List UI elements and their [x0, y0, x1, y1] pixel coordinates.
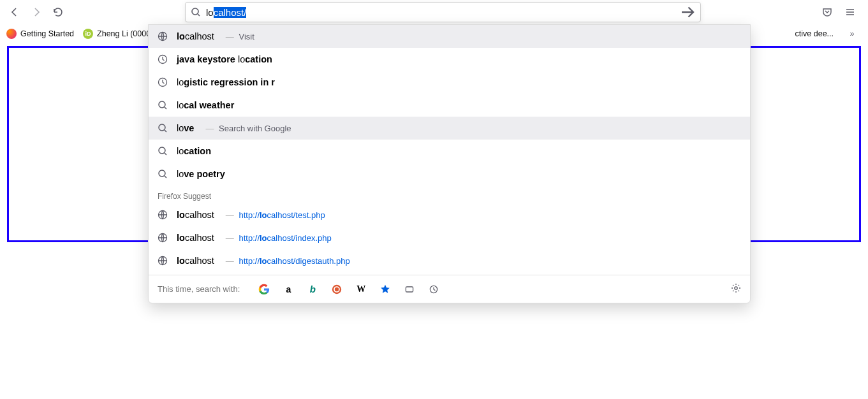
url-input[interactable]: localhost/ — [185, 2, 701, 22]
suggestion-title: localhost — [177, 256, 214, 266]
search-engine-history[interactable] — [427, 283, 440, 296]
suggestion-row[interactable]: logistic regression in r — [149, 71, 750, 94]
navigation-toolbar: localhost/ — [0, 0, 868, 24]
search-engine-bookmarks[interactable] — [379, 283, 392, 296]
search-engine-google[interactable] — [258, 283, 270, 296]
svg-point-7 — [159, 170, 165, 177]
search-icon — [158, 146, 168, 156]
pocket-button[interactable] — [818, 3, 836, 21]
suggestion-row[interactable]: location — [149, 140, 750, 163]
svg-point-0 — [192, 8, 198, 15]
firefox-icon — [6, 29, 17, 39]
search-with-label: This time, search with: — [158, 284, 240, 294]
toolbar-right — [818, 3, 863, 21]
bookmark-label: ctive dee... — [795, 29, 834, 38]
search-engine-wikipedia[interactable]: W — [355, 283, 367, 296]
history-icon — [158, 77, 168, 87]
globe-icon — [158, 256, 168, 266]
search-settings-button[interactable] — [731, 283, 741, 295]
app-menu-button[interactable] — [841, 3, 859, 21]
search-icon — [191, 7, 201, 17]
search-icon — [158, 100, 168, 110]
svg-point-5 — [159, 124, 165, 131]
globe-icon — [158, 210, 168, 220]
svg-rect-14 — [406, 287, 413, 292]
search-engine-amazon[interactable]: a — [282, 283, 295, 296]
globe-icon — [158, 31, 168, 41]
suggestion-title: localhost — [177, 210, 214, 220]
search-icon — [158, 169, 168, 179]
suggestion-text: logistic regression in r — [177, 77, 275, 87]
suggestion-row[interactable]: localhostVisit — [149, 25, 750, 48]
suggestion-row[interactable]: local weather — [149, 94, 750, 117]
suggestion-url: http://localhost/test.php — [223, 210, 325, 220]
svg-point-4 — [159, 101, 165, 108]
suggestion-action: Visit — [223, 32, 254, 41]
suggestion-row[interactable]: love poetry — [149, 163, 750, 185]
suggestion-url: http://localhost/digestauth.php — [223, 256, 350, 266]
suggestion-url: http://localhost/index.php — [223, 233, 332, 243]
suggestion-text: location — [177, 146, 211, 156]
reload-button[interactable] — [48, 3, 68, 22]
back-button[interactable] — [5, 3, 24, 22]
search-icon — [158, 123, 168, 133]
urlbar-container: localhost/ — [185, 2, 701, 22]
suggestion-row[interactable]: java keystore location — [149, 48, 750, 71]
history-icon — [158, 54, 168, 64]
bookmark-getting-started[interactable]: Getting Started — [6, 29, 74, 39]
suggestion-text: local weather — [177, 100, 234, 110]
suggestion-action: Search with Google — [203, 124, 291, 133]
bookmark-label: Getting Started — [20, 29, 74, 38]
suggestion-text: love — [177, 123, 194, 133]
url-text: localhost/ — [206, 7, 680, 18]
firefox-suggest-label: Firefox Suggest — [149, 185, 750, 203]
search-engine-duckduckgo[interactable] — [330, 283, 343, 296]
firefox-suggest-row[interactable]: localhosthttp://localhost/digestauth.php — [149, 249, 750, 272]
search-engine-tabs[interactable] — [403, 283, 416, 296]
search-engine-footer: This time, search with: abW — [149, 275, 750, 303]
suggestion-text: love poetry — [177, 169, 225, 179]
orcid-icon: iD — [83, 29, 93, 39]
firefox-suggest-row[interactable]: localhosthttp://localhost/index.php — [149, 226, 750, 249]
go-button[interactable] — [680, 4, 695, 20]
suggestion-text: localhost — [177, 31, 214, 41]
firefox-suggest-row[interactable]: localhosthttp://localhost/test.php — [149, 203, 750, 226]
globe-icon — [158, 233, 168, 243]
urlbar-suggestions-dropdown: localhostVisitjava keystore locationlogi… — [148, 24, 751, 303]
suggestion-title: localhost — [177, 233, 214, 243]
svg-point-6 — [159, 147, 165, 154]
search-engine-bing[interactable]: b — [306, 283, 319, 296]
suggestion-row[interactable]: loveSearch with Google — [149, 117, 750, 140]
bookmark-truncated[interactable]: ctive dee... — [795, 29, 834, 38]
svg-point-16 — [735, 287, 737, 289]
bookmarks-overflow-button[interactable]: » — [842, 24, 862, 43]
svg-point-13 — [335, 287, 339, 291]
suggestion-text: java keystore location — [177, 54, 272, 64]
forward-button[interactable] — [27, 3, 46, 22]
